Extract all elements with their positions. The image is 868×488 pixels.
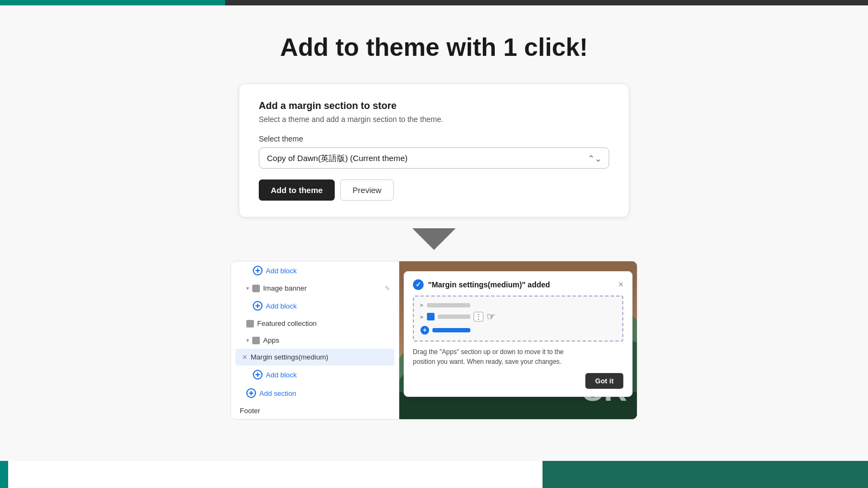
card-title: Add a margin section to store <box>259 100 609 112</box>
apps-icon <box>252 337 260 344</box>
list-item[interactable]: ▾ Apps <box>231 332 399 349</box>
mini-chevron-2: ▶ <box>420 314 424 319</box>
list-item[interactable]: Add block <box>231 365 399 384</box>
toast-close-button[interactable]: × <box>618 280 623 290</box>
mini-bar-gray-2 <box>438 314 470 319</box>
bottom-panels: Add block ▾ Image banner ✎ Add block Fea… <box>231 261 637 420</box>
toast-body: Drag the "Apps" section up or down to mo… <box>413 347 623 367</box>
mini-sidebar-preview: ▶ ▶ ☞ + <box>413 296 623 342</box>
list-item[interactable]: Add block <box>231 261 399 280</box>
bottom-bar-right <box>542 461 868 488</box>
mini-plus-circle[interactable]: + <box>420 326 429 335</box>
chevron-icon-2: ▾ <box>246 337 249 343</box>
list-item[interactable]: Footer <box>231 402 399 419</box>
mini-blue-square <box>427 313 435 320</box>
toast-header: "Margin settings(medium)" added × <box>413 279 623 290</box>
main-content: Add to theme with 1 click! Add a margin … <box>0 5 868 461</box>
list-item[interactable]: ▾ Image banner ✎ <box>231 280 399 297</box>
list-item[interactable]: Featured collection <box>231 315 399 332</box>
sidebar-add-block-label-2: Add block <box>266 302 297 310</box>
toast-title-row: "Margin settings(medium)" added <box>413 279 550 290</box>
card-subtitle: Select a theme and add a margin section … <box>259 115 609 124</box>
sidebar-add-block-label-1: Add block <box>266 267 297 275</box>
preview-button[interactable]: Preview <box>340 179 394 201</box>
toast-title: "Margin settings(medium)" added <box>428 280 550 289</box>
sidebar-featured-label: Featured collection <box>257 319 317 328</box>
add-to-theme-button[interactable]: Add to theme <box>259 179 335 201</box>
button-row: Add to theme Preview <box>259 179 609 201</box>
edit-icon: ✎ <box>385 285 390 292</box>
select-label: Select theme <box>259 134 609 143</box>
sidebar-image-banner-label: Image banner <box>263 284 307 292</box>
list-item[interactable]: Add block <box>231 297 399 315</box>
list-item[interactable]: Add section <box>231 384 399 402</box>
theme-select[interactable]: Copy of Dawn(英語版) (Current theme) <box>259 147 609 169</box>
sidebar-footer-label: Footer <box>240 407 260 415</box>
sidebar-panel: Add block ▾ Image banner ✎ Add block Fea… <box>231 261 399 419</box>
add-theme-card: Add a margin section to store Select a t… <box>239 84 629 217</box>
mini-bar-blue <box>432 328 470 332</box>
mini-drag-handle[interactable] <box>474 312 483 322</box>
sidebar-margin-label: Margin settings(medium) <box>251 353 328 361</box>
sidebar-margin-settings[interactable]: ✕ Margin settings(medium) <box>235 349 394 365</box>
arrow-down-icon <box>412 228 456 250</box>
mini-bar-gray-1 <box>427 303 470 307</box>
plus-icon-3 <box>253 370 263 380</box>
mini-row-1: ▶ <box>418 301 618 309</box>
grid-icon-2 <box>246 320 254 328</box>
plus-icon <box>253 301 263 311</box>
top-bar-left <box>0 0 225 5</box>
chevron-icon: ▾ <box>246 285 249 291</box>
bottom-bar-left <box>0 461 8 488</box>
plus-icon <box>253 266 263 275</box>
top-bar-right <box>225 0 868 5</box>
x-icon: ✕ <box>242 354 247 361</box>
sidebar-add-block-label-3: Add block <box>266 371 297 379</box>
cursor-hand-icon: ☞ <box>487 311 495 323</box>
check-icon <box>413 279 424 290</box>
toast-notification: "Margin settings(medium)" added × ▶ ▶ <box>404 271 633 397</box>
theme-select-wrapper: Copy of Dawn(英語版) (Current theme) ⌃⌄ <box>259 147 609 169</box>
mini-row-3: + <box>418 324 618 336</box>
grid-icon <box>252 285 260 292</box>
page-title: Add to theme with 1 click! <box>280 33 588 62</box>
sidebar-apps-label: Apps <box>263 336 279 344</box>
got-it-button[interactable]: Got it <box>585 373 623 389</box>
mini-row-2: ▶ ☞ <box>418 309 618 324</box>
sidebar-add-section-label: Add section <box>259 389 296 397</box>
right-image-panel: UR "Margin settings(medium)" added × ▶ <box>399 261 637 419</box>
mini-chevron-1: ▶ <box>420 303 424 307</box>
toast-footer: Got it <box>413 373 623 389</box>
plus-icon-4 <box>246 388 256 398</box>
